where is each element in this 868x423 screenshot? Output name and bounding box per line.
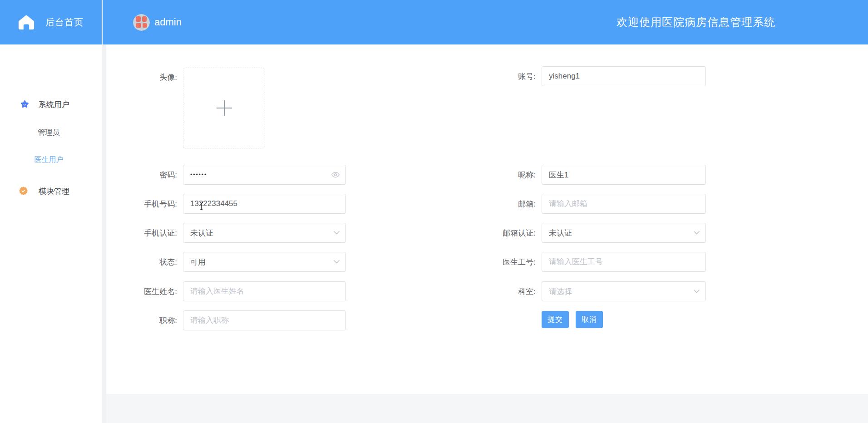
nickname-input-box	[542, 165, 706, 185]
password-input-box	[183, 165, 346, 185]
department-label: 科室:	[463, 286, 542, 297]
avatar-label: 头像:	[104, 68, 183, 83]
field-email-verify: 邮箱认证: 未认证	[463, 223, 706, 243]
sidebar-item-system-users[interactable]: 系统用户	[39, 100, 69, 109]
app-window: 后台首页 admin 欢迎使用医院病房信息管理系统 系统用户	[0, 0, 868, 423]
phone-verify-value: 未认证	[183, 228, 220, 238]
doctor-name-input[interactable]	[183, 287, 345, 296]
doctor-id-input[interactable]	[542, 257, 705, 266]
chevron-down-icon	[694, 231, 700, 235]
email-verify-value: 未认证	[542, 228, 579, 238]
phone-input-box	[183, 194, 346, 214]
username[interactable]: admin	[154, 16, 182, 28]
account-label: 账号:	[463, 71, 542, 82]
email-verify-select[interactable]: 未认证	[542, 223, 706, 243]
account-input[interactable]	[542, 72, 705, 81]
submit-button[interactable]: 提交	[542, 311, 569, 328]
doctor-name-input-box	[183, 281, 346, 301]
text-cursor-icon	[199, 202, 204, 211]
badge-check-icon	[19, 186, 28, 196]
phone-verify-select[interactable]: 未认证	[183, 223, 346, 243]
header-divider	[102, 0, 103, 44]
password-label: 密码:	[104, 170, 183, 180]
doctor-name-label: 医生姓名:	[104, 286, 183, 297]
sidebar-item-doctor-users[interactable]: 医生用户	[0, 156, 98, 164]
home-nav-label: 后台首页	[45, 16, 84, 29]
department-select[interactable]: 请选择	[542, 281, 706, 301]
field-account: 账号:	[463, 66, 706, 86]
password-input[interactable]	[183, 172, 345, 178]
sidebar-item-admins[interactable]: 管理员	[0, 128, 98, 137]
phone-verify-label: 手机认证:	[104, 228, 183, 238]
email-label: 邮箱:	[463, 199, 542, 209]
department-placeholder: 请选择	[542, 286, 579, 297]
nickname-input[interactable]	[542, 170, 705, 179]
plus-icon	[217, 100, 232, 116]
chevron-down-icon	[334, 231, 340, 235]
sidebar-item-module-management[interactable]: 模块管理	[39, 187, 69, 196]
account-input-box	[542, 66, 706, 86]
field-doctor-name: 医生姓名:	[104, 281, 346, 301]
job-title-input[interactable]	[183, 316, 345, 325]
chevron-down-icon	[694, 290, 700, 293]
field-phone: 手机号码:	[104, 194, 346, 214]
page-title: 欢迎使用医院病房信息管理系统	[616, 0, 775, 44]
star-icon	[20, 100, 29, 108]
email-verify-label: 邮箱认证:	[463, 228, 542, 238]
status-value: 可用	[183, 257, 212, 267]
home-icon	[17, 14, 35, 30]
phone-label: 手机号码:	[104, 199, 183, 209]
field-email: 邮箱:	[463, 194, 706, 214]
cancel-button[interactable]: 取消	[576, 311, 603, 328]
status-select[interactable]: 可用	[183, 252, 346, 272]
eye-icon[interactable]	[331, 172, 340, 178]
field-avatar: 头像:	[104, 68, 265, 148]
user-avatar[interactable]	[133, 14, 150, 31]
avatar-upload-box[interactable]	[183, 68, 265, 148]
field-status: 状态: 可用	[104, 252, 346, 272]
home-nav[interactable]: 后台首页	[0, 0, 102, 44]
sidebar: 系统用户 管理员 医生用户 模块管理	[0, 44, 102, 423]
chevron-down-icon	[334, 260, 340, 264]
doctor-id-input-box	[542, 252, 706, 272]
field-password: 密码:	[104, 165, 346, 185]
doctor-id-label: 医生工号:	[463, 257, 542, 267]
footer-strip	[106, 394, 868, 423]
email-input-box	[542, 194, 706, 214]
field-phone-verify: 手机认证: 未认证	[104, 223, 346, 243]
nickname-label: 昵称:	[463, 170, 542, 180]
field-job-title: 职称:	[104, 310, 346, 330]
field-nickname: 昵称:	[463, 165, 706, 185]
field-doctor-id: 医生工号:	[463, 252, 706, 272]
job-title-input-box	[183, 310, 346, 330]
phone-input[interactable]	[183, 199, 345, 208]
job-title-label: 职称:	[104, 315, 183, 326]
field-department: 科室: 请选择	[463, 281, 706, 301]
status-label: 状态:	[104, 257, 183, 267]
email-input[interactable]	[542, 199, 705, 208]
